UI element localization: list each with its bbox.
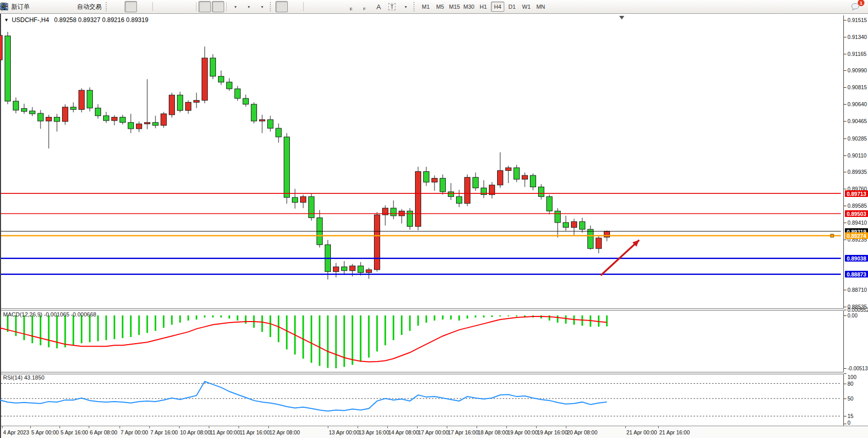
chevron-down-icon: ▾ (234, 5, 236, 9)
time-tick (209, 426, 209, 428)
new-order-label: 新订单 (11, 3, 30, 11)
text-tool-button[interactable]: A (372, 1, 385, 12)
chart-shift-button[interactable] (212, 1, 224, 12)
auto-scroll-button[interactable] (199, 1, 211, 12)
price-tick (844, 70, 846, 71)
price-line-label: 0.89713 (845, 190, 868, 197)
price-line-label: 0.88873 (845, 271, 868, 277)
bar-chart-button[interactable] (111, 1, 124, 12)
paint-bucket-button[interactable] (33, 1, 45, 12)
trendline-tool-button[interactable] (332, 1, 345, 12)
price-tick-label: 0.91340 (847, 34, 867, 40)
timeframe-button-MN[interactable]: MN (534, 2, 547, 12)
time-tick-label: 13 Apr 16:00 (359, 429, 389, 435)
macd-tick (844, 315, 846, 316)
price-tick (844, 121, 846, 122)
time-tick (60, 426, 60, 428)
horizontal-line-tool-button[interactable] (319, 1, 331, 12)
price-line-label: 0.89503 (845, 210, 868, 217)
zoom-in-button[interactable] (155, 1, 167, 12)
new-order-button[interactable]: 新订单 (7, 1, 32, 12)
time-tick-label: 5 Apr 16:00 (61, 429, 88, 435)
time-tick-label: 21 Apr 16:00 (659, 429, 690, 435)
channel-tool-button[interactable]: E (346, 1, 358, 12)
templates-button[interactable]: ▾ (255, 1, 268, 12)
rsi-line (0, 382, 607, 411)
toolbar-separator (226, 2, 227, 11)
price-tick (844, 37, 846, 37)
chevron-down-icon: ▾ (248, 5, 250, 9)
time-tick-label: 12 Apr 08:00 (269, 429, 300, 435)
toolbar-grip (106, 2, 109, 11)
signal-button[interactable] (60, 1, 72, 12)
price-axis[interactable]: 0.915150.913400.911650.909900.908150.906… (844, 14, 868, 426)
price-line-label: 0.89038 (845, 255, 868, 262)
indicators-button[interactable]: ▾ (229, 1, 241, 12)
label-tool-button[interactable]: T (386, 1, 398, 12)
time-tick-label: 17 Apr 00:00 (418, 429, 449, 435)
price-tick-label: 0.89585 (847, 203, 867, 209)
rsi-tick-label: 15 (847, 413, 854, 419)
chart-window[interactable]: ▼ USDCHF-,H4 0.89258 0.89327 0.89216 0.8… (0, 14, 868, 438)
time-tick-label: 19 Apr 16:00 (537, 429, 568, 435)
timeframe-button-H4[interactable]: H4 (491, 2, 504, 12)
timeframe-button-M30[interactable]: M30 (462, 2, 476, 12)
price-tick-label: 0.90110 (847, 152, 866, 158)
timeframe-button-D1[interactable]: D1 (505, 2, 519, 12)
rsi-pane[interactable] (1, 373, 844, 425)
time-tick (625, 426, 626, 428)
crosshair-tool-button[interactable] (289, 1, 301, 12)
one-click-trading-toggle-icon[interactable]: ▼ (4, 17, 9, 23)
periods-button[interactable]: ▾ (242, 1, 254, 12)
channel-letter: E (350, 7, 352, 11)
chevron-down-icon: ▾ (405, 5, 407, 9)
line-chart-button[interactable] (138, 1, 150, 12)
price-tick-label: 0.90640 (847, 101, 867, 107)
timeframe-group: M1M5M15M30H1H4D1W1MN (419, 2, 548, 12)
tile-windows-button[interactable] (182, 1, 194, 12)
price-tick-label: 0.90815 (847, 84, 867, 90)
time-tick-label: 5 Apr 00:00 (31, 429, 59, 435)
main-price-pane[interactable] (1, 15, 844, 308)
rsi-tick-label: 50 (847, 395, 854, 402)
profile-button[interactable] (46, 1, 58, 12)
rsi-tick-label: 80 (847, 381, 854, 387)
search-button[interactable] (833, 1, 845, 12)
candlestick-button[interactable] (125, 1, 137, 12)
arrows-tool-button[interactable]: ▾ (399, 1, 411, 12)
timeframe-button-H1[interactable]: H1 (477, 2, 490, 12)
time-tick (120, 426, 120, 428)
price-tick (844, 104, 846, 105)
chart-shift-marker-icon[interactable] (619, 16, 624, 19)
price-tick-label: 0.90990 (847, 67, 867, 73)
timeframe-button-W1[interactable]: W1 (520, 2, 533, 12)
notifications-button[interactable]: 1 (850, 1, 862, 12)
price-tick (844, 54, 846, 54)
zoom-out-button[interactable] (168, 1, 181, 12)
price-tick (844, 87, 846, 88)
time-tick (89, 426, 89, 428)
toolbar-separator (303, 2, 304, 11)
notification-badge: 1 (857, 0, 865, 7)
price-tick (844, 223, 846, 223)
price-tick-label: 0.91515 (847, 17, 867, 23)
time-tick-label: 19 Apr 00:00 (507, 429, 538, 435)
auto-trading-button[interactable]: 自动交易 (73, 1, 104, 12)
timeframe-button-M5[interactable]: M5 (433, 2, 447, 12)
price-tick (844, 20, 846, 21)
chevron-down-icon: ▾ (261, 5, 263, 9)
time-tick-label: 11 Apr 00:00 (210, 429, 240, 435)
fibonacci-tool-button[interactable]: F (359, 1, 371, 12)
vertical-line-tool-button[interactable] (306, 1, 318, 12)
fibonacci-letter: F (363, 7, 366, 11)
ohlc-values: 0.89258 0.89327 0.89216 0.89319 (54, 16, 149, 24)
timeframe-button-M15[interactable]: M15 (448, 2, 461, 12)
symbol-period-label: USDCHF-,H4 (12, 16, 49, 24)
macd-pane[interactable] (1, 310, 844, 372)
time-axis[interactable]: 4 Apr 20235 Apr 00:005 Apr 16:006 Apr 08… (1, 426, 868, 438)
time-tick (387, 426, 388, 428)
rsi-tick-label: 0 (847, 420, 851, 426)
cursor-tool-button[interactable] (275, 1, 288, 12)
timeframe-button-M1[interactable]: M1 (419, 2, 432, 12)
time-tick (506, 426, 507, 428)
